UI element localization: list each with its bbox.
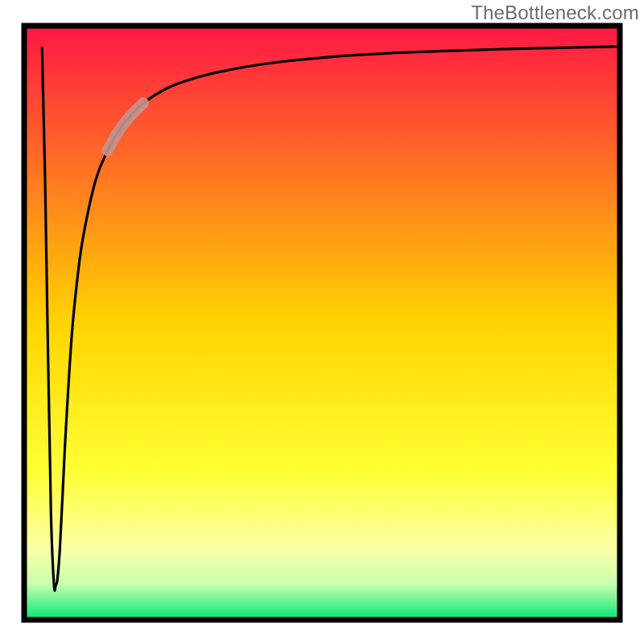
- bottleneck-chart: [0, 0, 644, 644]
- watermark-text: TheBottleneck.com: [471, 2, 639, 24]
- chart-container: TheBottleneck.com: [0, 0, 644, 644]
- chart-background-gradient: [24, 26, 620, 620]
